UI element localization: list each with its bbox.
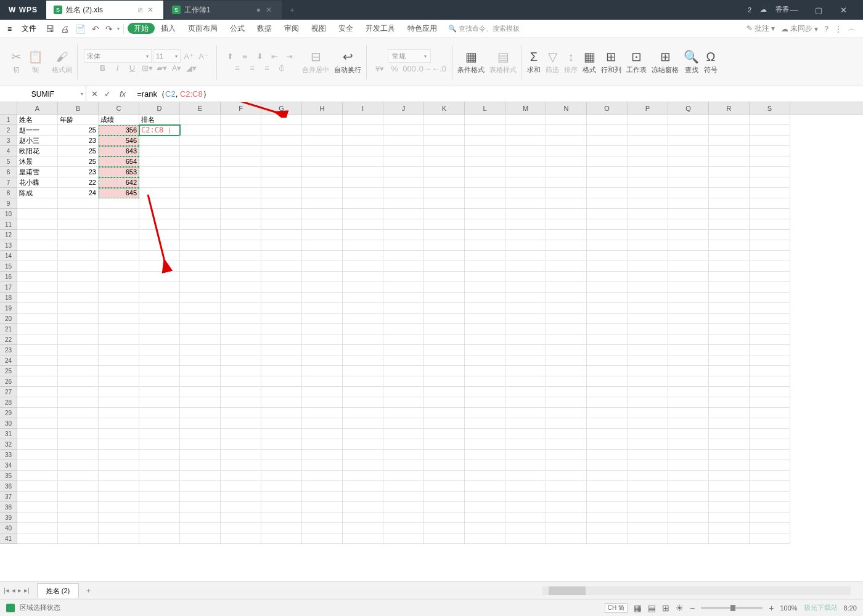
cell[interactable] (668, 293, 709, 303)
menu-特色应用[interactable]: 特色应用 (401, 22, 443, 34)
format-button[interactable]: ▦格式 (580, 48, 599, 76)
cell[interactable] (139, 261, 180, 272)
cell[interactable] (17, 439, 58, 450)
col-header-E[interactable]: E (180, 102, 221, 114)
cell[interactable] (587, 460, 628, 471)
cell[interactable] (17, 219, 58, 230)
row-header[interactable]: 23 (0, 345, 17, 355)
cell[interactable] (221, 408, 261, 418)
cell[interactable] (587, 502, 628, 513)
cell[interactable] (424, 177, 465, 188)
cell[interactable] (99, 439, 139, 450)
row-header[interactable]: 22 (0, 334, 17, 345)
col-header-K[interactable]: K (424, 102, 465, 114)
cell[interactable] (546, 136, 587, 146)
cell[interactable] (302, 366, 343, 376)
cell[interactable] (465, 324, 505, 334)
cell[interactable] (139, 471, 180, 481)
cell[interactable] (180, 293, 221, 303)
cell[interactable] (587, 156, 628, 167)
cell[interactable] (139, 324, 180, 334)
cell[interactable] (139, 198, 180, 209)
cell[interactable] (383, 429, 424, 439)
cell[interactable] (180, 533, 221, 544)
cell[interactable]: C2:C8 ） (139, 125, 180, 136)
row-header[interactable]: 5 (0, 156, 17, 167)
col-header-F[interactable]: F (221, 102, 261, 114)
cell[interactable] (546, 156, 587, 167)
cell[interactable] (302, 355, 343, 366)
cell[interactable] (58, 230, 99, 240)
cell[interactable] (180, 481, 221, 492)
cell[interactable] (343, 387, 383, 397)
cell[interactable] (17, 293, 58, 303)
menu-开始[interactable]: 开始 (128, 23, 155, 34)
cell[interactable] (465, 481, 505, 492)
cell[interactable] (750, 408, 790, 418)
cell[interactable] (750, 314, 790, 324)
cell[interactable] (58, 209, 99, 219)
cell[interactable] (383, 513, 424, 523)
cell[interactable] (99, 261, 139, 272)
row-header[interactable]: 17 (0, 282, 17, 293)
cell[interactable] (302, 471, 343, 481)
cell[interactable] (709, 502, 750, 513)
cell[interactable] (668, 261, 709, 272)
cell[interactable] (139, 293, 180, 303)
cell[interactable] (465, 251, 505, 261)
cell[interactable] (139, 492, 180, 502)
cell[interactable] (343, 272, 383, 282)
cell[interactable]: 24 (58, 188, 99, 198)
cell[interactable] (343, 115, 383, 125)
row-header[interactable]: 15 (0, 261, 17, 272)
fx-icon[interactable]: fx (117, 89, 128, 99)
cell[interactable] (343, 481, 383, 492)
file-menu[interactable]: 文件 (15, 22, 43, 36)
cell[interactable]: 排名 (139, 115, 180, 125)
cell[interactable] (465, 219, 505, 230)
cell[interactable] (261, 324, 302, 334)
cell[interactable] (58, 334, 99, 345)
cell[interactable] (221, 230, 261, 240)
cell[interactable] (546, 429, 587, 439)
cell[interactable] (465, 387, 505, 397)
cell[interactable] (261, 125, 302, 136)
normal-view-icon[interactable]: ▦ (634, 603, 642, 613)
cell[interactable] (709, 324, 750, 334)
maximize-button[interactable]: ▢ (806, 6, 831, 15)
row-header[interactable]: 10 (0, 209, 17, 219)
cell[interactable] (17, 376, 58, 387)
cell[interactable] (668, 136, 709, 146)
cell-editor[interactable]: C2:C8 ） (141, 126, 175, 134)
row-header[interactable]: 32 (0, 439, 17, 450)
cell[interactable]: 25 (58, 125, 99, 136)
cell[interactable] (668, 471, 709, 481)
cell[interactable] (58, 282, 99, 293)
cell[interactable] (383, 324, 424, 334)
user-menu[interactable]: 香香 (775, 5, 789, 14)
cell[interactable] (261, 314, 302, 324)
cell[interactable] (58, 439, 99, 450)
filter-button[interactable]: ▽筛选 (543, 48, 562, 76)
cell[interactable] (180, 450, 221, 460)
cell[interactable] (17, 429, 58, 439)
cell[interactable]: 645 (99, 188, 139, 198)
cell[interactable] (58, 481, 99, 492)
cell[interactable] (302, 513, 343, 523)
cell[interactable] (17, 282, 58, 293)
cell[interactable] (261, 439, 302, 450)
sync-status[interactable]: ☁ 未同步 ▾ (781, 23, 818, 34)
cell[interactable] (180, 251, 221, 261)
col-header-B[interactable]: B (58, 102, 99, 114)
cell[interactable] (628, 481, 668, 492)
cell[interactable] (546, 502, 587, 513)
undo-icon[interactable]: ↶ (89, 24, 102, 34)
currency-icon[interactable]: ¥▾ (373, 62, 387, 76)
cell[interactable] (424, 460, 465, 471)
zoom-out-icon[interactable]: − (690, 603, 695, 613)
cell[interactable] (58, 293, 99, 303)
cell[interactable] (505, 282, 546, 293)
cell[interactable] (58, 513, 99, 523)
cell[interactable] (343, 502, 383, 513)
cell[interactable] (505, 533, 546, 544)
